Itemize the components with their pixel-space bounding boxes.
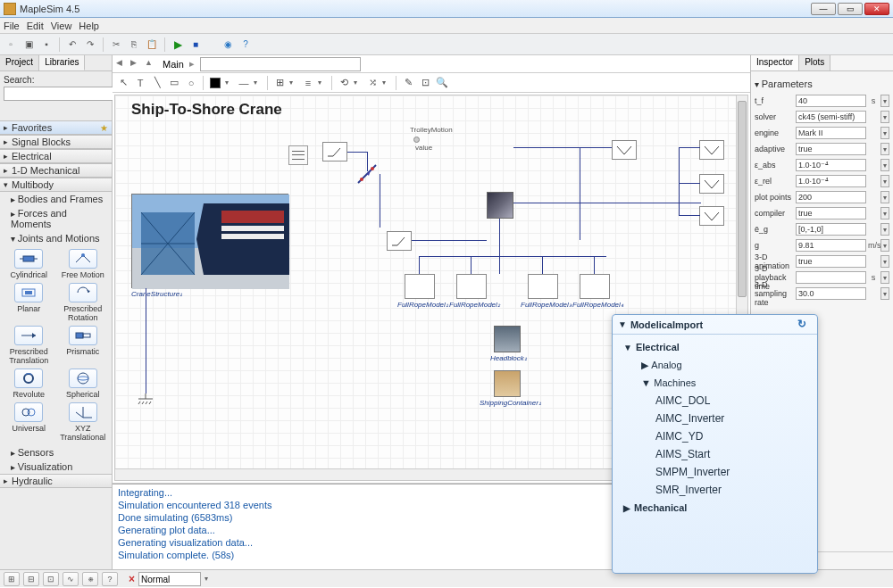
- param-value-input[interactable]: ck45 (semi-stiff): [796, 111, 866, 123]
- new-icon[interactable]: ▫: [4, 37, 18, 52]
- snap-icon[interactable]: ⊡: [418, 76, 432, 90]
- tree-analog[interactable]: ▶ Analog: [620, 356, 810, 374]
- param-dropdown-icon[interactable]: ▾: [880, 287, 889, 300]
- align-icon[interactable]: ≡: [301, 76, 315, 90]
- status-btn-1[interactable]: ⊞: [4, 572, 20, 586]
- palette-cylindrical[interactable]: Cylindrical: [4, 249, 54, 279]
- save-icon[interactable]: ▪: [39, 37, 54, 52]
- scope-block-1[interactable]: [612, 140, 637, 160]
- subsection-joints[interactable]: ▾ Joints and Motions: [0, 231, 112, 245]
- tab-libraries[interactable]: Libraries: [39, 55, 85, 70]
- param-dropdown-icon[interactable]: ▾: [880, 271, 889, 284]
- subsection-visualization[interactable]: ▸ Visualization: [0, 460, 112, 474]
- fullrope-block-3[interactable]: [528, 274, 558, 299]
- param-dropdown-icon[interactable]: ▾: [880, 207, 889, 219]
- text-icon[interactable]: T: [133, 76, 147, 90]
- subsection-bodies[interactable]: ▸ Bodies and Frames: [0, 192, 112, 206]
- status-btn-3[interactable]: ⊡: [43, 572, 59, 586]
- palette-spherical[interactable]: Spherical: [58, 369, 109, 399]
- table-block[interactable]: [288, 145, 308, 165]
- param-dropdown-icon[interactable]: ▾: [880, 175, 889, 187]
- fullrope-block-4[interactable]: [580, 274, 610, 299]
- section-hydraulic[interactable]: ▸Hydraulic: [0, 474, 112, 488]
- ground-symbol[interactable]: [137, 393, 154, 408]
- fullrope-block-1[interactable]: [405, 274, 435, 299]
- subsection-forces[interactable]: ▸ Forces and Moments: [0, 206, 112, 231]
- nav-up-icon[interactable]: ▲: [145, 58, 157, 70]
- circle-icon[interactable]: ○: [184, 76, 198, 90]
- probe-icon[interactable]: ✎: [401, 76, 415, 90]
- trolley-block[interactable]: [487, 192, 513, 219]
- signal-block-2[interactable]: [387, 231, 412, 251]
- param-dropdown-icon[interactable]: ▾: [880, 143, 889, 155]
- param-value-input[interactable]: 40: [796, 95, 866, 107]
- nav-forward-icon[interactable]: ▶: [130, 58, 143, 70]
- status-btn-2[interactable]: ⊟: [23, 572, 39, 586]
- breadcrumb-select[interactable]: [200, 57, 361, 71]
- group-icon[interactable]: ⊞: [272, 76, 287, 90]
- param-dropdown-icon[interactable]: ▾: [880, 159, 889, 171]
- subsection-sensors[interactable]: ▸ Sensors: [0, 445, 112, 460]
- param-dropdown-icon[interactable]: ▾: [880, 95, 889, 107]
- tree-machines[interactable]: ▼ Machines: [620, 374, 810, 392]
- menu-edit[interactable]: Edit: [27, 21, 44, 31]
- menu-view[interactable]: View: [51, 21, 72, 31]
- zoom-icon[interactable]: 🔍: [435, 76, 449, 90]
- crane-image[interactable]: [131, 194, 288, 288]
- param-dropdown-icon[interactable]: ▾: [880, 223, 889, 236]
- status-btn-4[interactable]: ∿: [63, 572, 79, 586]
- redo-icon[interactable]: ↷: [83, 37, 97, 52]
- section-favorites[interactable]: ▸Favorites★: [0, 120, 112, 135]
- status-btn-6[interactable]: ?: [102, 572, 118, 586]
- paste-icon[interactable]: 📋: [145, 37, 159, 52]
- window-close-button[interactable]: ✕: [864, 3, 889, 15]
- tab-inspector[interactable]: Inspector: [751, 55, 799, 70]
- palette-free-motion[interactable]: Free Motion: [58, 249, 109, 279]
- menu-file[interactable]: File: [4, 21, 20, 31]
- run-icon[interactable]: ▶: [171, 37, 185, 52]
- param-value-input[interactable]: true: [796, 255, 866, 268]
- param-dropdown-icon[interactable]: ▾: [880, 255, 889, 268]
- section-1d-mechanical[interactable]: ▸1-D Mechanical: [0, 163, 112, 178]
- rotate-icon[interactable]: ⟲: [337, 76, 351, 90]
- signal-block-1[interactable]: [322, 142, 347, 161]
- status-mode-select[interactable]: Normal: [138, 572, 201, 586]
- globe-icon[interactable]: ◉: [221, 37, 235, 52]
- palette-prismatic[interactable]: Prismatic: [58, 326, 109, 365]
- param-value-input[interactable]: [0,-1,0]: [796, 223, 866, 236]
- search-input[interactable]: [4, 87, 122, 101]
- section-electrical[interactable]: ▸Electrical: [0, 149, 112, 163]
- param-dropdown-icon[interactable]: ▾: [880, 111, 889, 123]
- machine-item-0[interactable]: AIMC_DOL: [620, 392, 810, 410]
- undo-icon[interactable]: ↶: [65, 37, 79, 52]
- cut-icon[interactable]: ✂: [109, 37, 123, 52]
- param-dropdown-icon[interactable]: ▾: [880, 191, 889, 203]
- fill-color-icon[interactable]: [208, 76, 222, 90]
- param-value-input[interactable]: Mark II: [796, 127, 866, 139]
- param-dropdown-icon[interactable]: ▾: [880, 239, 889, 252]
- copy-icon[interactable]: ⎘: [127, 37, 141, 52]
- machine-item-1[interactable]: AIMC_Inverter: [620, 410, 810, 427]
- shipping-container-block[interactable]: [494, 370, 521, 397]
- help-icon[interactable]: ?: [238, 37, 253, 52]
- param-value-input[interactable]: 200: [796, 191, 866, 203]
- flip-icon[interactable]: ⤮: [365, 76, 380, 90]
- section-multibody[interactable]: ▾Multibody: [0, 178, 112, 192]
- machine-item-4[interactable]: SMPM_Inverter: [620, 463, 810, 481]
- fullrope-block-2[interactable]: [456, 274, 487, 299]
- modelica-import-panel[interactable]: ▼ModelicaImport ↻ ▼Electrical ▶ Analog ▼…: [612, 314, 818, 574]
- palette-prescribed-translation[interactable]: Prescribed Translation: [4, 326, 54, 365]
- modelica-import-header[interactable]: ▼ModelicaImport ↻: [613, 315, 817, 335]
- tab-project[interactable]: Project: [0, 55, 39, 70]
- tab-plots[interactable]: Plots: [799, 55, 830, 70]
- menu-help[interactable]: Help: [79, 21, 99, 31]
- stop-icon[interactable]: ■: [188, 37, 203, 52]
- refresh-icon[interactable]: ↻: [797, 318, 812, 332]
- nav-back-icon[interactable]: ◀: [116, 58, 129, 70]
- param-value-input[interactable]: 9.81: [796, 239, 866, 252]
- palette-prescribed-rotation[interactable]: Prescribed Rotation: [58, 283, 109, 322]
- tree-mechanical[interactable]: ▶Mechanical: [620, 499, 810, 517]
- window-minimize-button[interactable]: —: [811, 3, 836, 15]
- param-value-input[interactable]: 1.0·10⁻⁴: [796, 175, 866, 187]
- palette-universal[interactable]: Universal: [4, 402, 54, 442]
